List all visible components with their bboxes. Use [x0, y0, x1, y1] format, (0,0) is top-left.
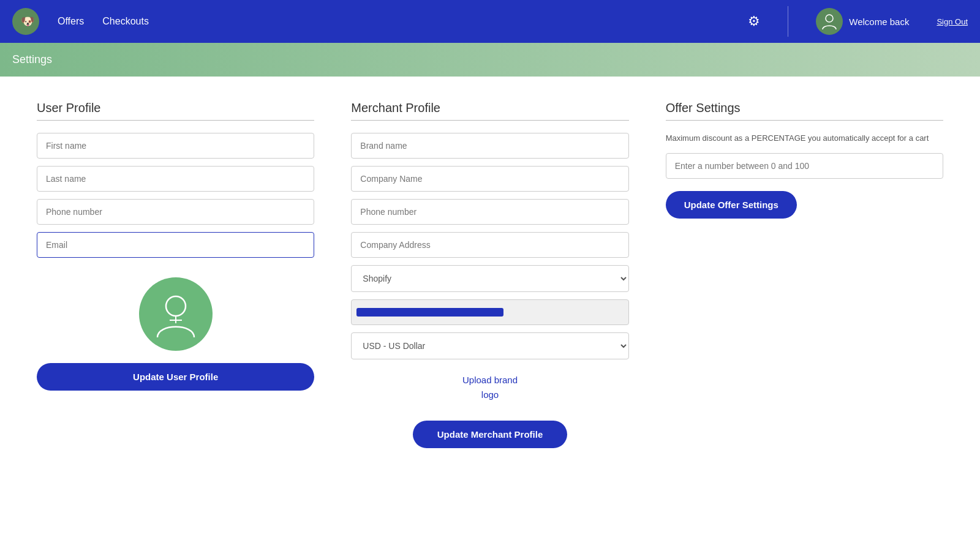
- progress-bar-fill: [356, 308, 503, 317]
- merchant-profile-divider: [351, 120, 628, 121]
- update-offer-settings-button[interactable]: Update Offer Settings: [666, 191, 797, 219]
- offer-settings-title: Offer Settings: [666, 101, 943, 115]
- settings-title: Settings: [12, 53, 52, 66]
- user-profile-title: User Profile: [37, 101, 314, 115]
- nav-checkouts[interactable]: Checkouts: [102, 16, 149, 27]
- signout-button[interactable]: Sign Out: [937, 17, 968, 26]
- merchant-btn-wrap: Update Merchant Profile: [351, 421, 628, 448]
- currency-select[interactable]: USD - US Dollar: [351, 332, 628, 359]
- settings-banner: Settings: [0, 43, 980, 77]
- app-logo[interactable]: 🐶: [12, 8, 39, 35]
- user-profile-section: User Profile Update User Profile: [37, 101, 314, 527]
- welcome-text: Welcome back: [849, 17, 909, 27]
- navbar: 🐶 Offers Checkouts ⚙ Welcome back Sign O…: [0, 0, 980, 43]
- svg-point-3: [166, 296, 186, 316]
- update-merchant-profile-button[interactable]: Update Merchant Profile: [413, 421, 568, 448]
- platform-select[interactable]: Shopify: [351, 265, 628, 292]
- svg-point-2: [826, 15, 833, 22]
- company-address-input[interactable]: [351, 232, 628, 258]
- merchant-phone-input[interactable]: [351, 199, 628, 225]
- nav-user-section: Welcome back: [816, 8, 909, 35]
- merchant-profile-title: Merchant Profile: [351, 101, 628, 115]
- user-phone-input[interactable]: [37, 199, 314, 225]
- progress-bar-container: [351, 299, 628, 325]
- main-content: User Profile Update User Profile Merchan…: [0, 77, 980, 551]
- first-name-input[interactable]: [37, 133, 314, 159]
- merchant-profile-section: Merchant Profile Shopify USD - US Dollar…: [351, 101, 628, 527]
- offer-settings-section: Offer Settings Maximum discount as a PER…: [666, 101, 943, 527]
- brand-name-input[interactable]: [351, 133, 628, 159]
- nav-divider: [788, 6, 788, 37]
- nav-offers[interactable]: Offers: [58, 16, 84, 27]
- avatar: [816, 8, 843, 35]
- update-user-profile-button[interactable]: Update User Profile: [37, 363, 314, 391]
- last-name-input[interactable]: [37, 166, 314, 192]
- upload-brand-logo-link[interactable]: Upload brand logo: [351, 373, 628, 402]
- email-input[interactable]: [37, 232, 314, 258]
- user-avatar: [139, 277, 213, 351]
- offer-discount-input[interactable]: [666, 153, 943, 179]
- company-name-input[interactable]: [351, 166, 628, 192]
- offer-settings-divider: [666, 120, 943, 121]
- settings-icon[interactable]: ⚙: [748, 13, 760, 29]
- svg-text:🐶: 🐶: [21, 15, 35, 28]
- offer-description: Maximum discount as a PERCENTAGE you aut…: [666, 133, 943, 144]
- user-profile-divider: [37, 120, 314, 121]
- user-avatar-container: [37, 277, 314, 351]
